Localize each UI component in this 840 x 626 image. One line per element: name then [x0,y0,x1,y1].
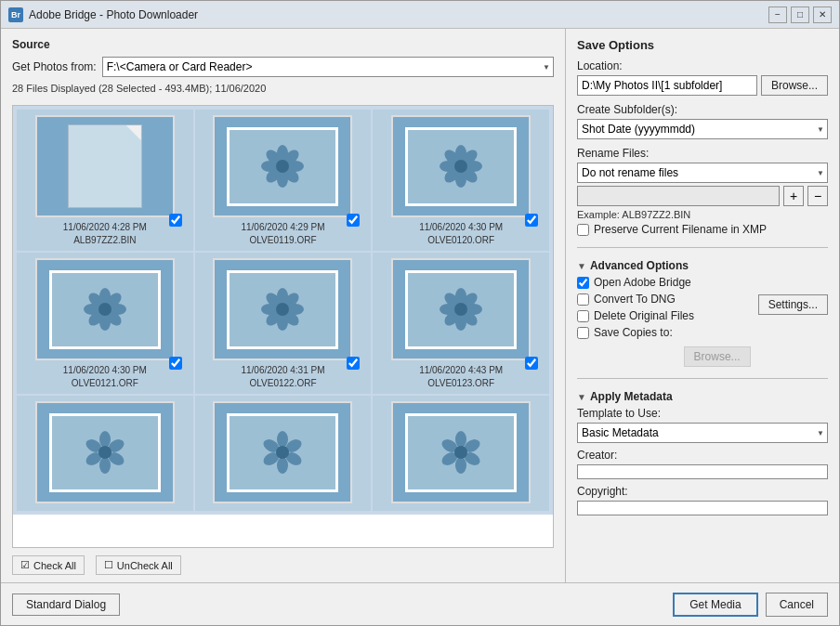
advanced-options-section: ▼ Advanced Options Open Adobe Bridge Con… [577,259,828,367]
copyright-group: Copyright: [577,485,828,515]
location-label: Location: [577,59,828,72]
svg-point-65 [276,446,289,459]
rename-dropdown-wrapper[interactable]: Do not rename files Custom Name Date/Tim… [577,163,828,183]
location-group: Location: Browse... [577,59,828,96]
photo-thumbnail [391,258,531,360]
creator-label: Creator: [577,449,828,462]
footer-right: Get Media Cancel [673,593,828,617]
creator-group: Creator: [577,449,828,479]
rename-example: Example: ALB97ZZ2.BIN [577,209,828,220]
photo-info: 11/06/2020 4:28 PM ALB97ZZ2.BIN [22,221,188,247]
svg-point-9 [276,160,289,173]
advanced-browse-button: Browse... [684,346,751,367]
window-controls: − □ ✕ [768,7,832,23]
open-bridge-checkbox[interactable] [577,277,589,289]
advanced-options-title: Advanced Options [590,259,689,272]
save-copies-checkbox[interactable] [577,327,589,339]
list-item[interactable]: 11/06/2020 4:31 PM OLVE0122.ORF [195,253,372,394]
thumb-inner [227,413,338,492]
settings-button[interactable]: Settings... [758,294,828,315]
list-item[interactable]: 11/06/2020 4:30 PM OLVE0121.ORF [17,253,193,394]
check-all-button[interactable]: ☑ Check All [12,555,85,575]
apply-metadata-header[interactable]: ▼ Apply Metadata [577,390,828,403]
photo-checkbox[interactable] [169,357,182,370]
app-icon: Br [8,7,23,22]
save-options-title: Save Options [577,38,828,52]
rename-group: Rename Files: Do not rename files Custom… [577,147,828,236]
standard-dialog-button[interactable]: Standard Dialog [12,593,120,616]
convert-dng-checkbox[interactable] [577,293,589,306]
photo-checkbox[interactable] [169,214,182,227]
list-item[interactable]: 11/06/2020 4:43 PM OLVE0123.ORF [373,253,549,394]
svg-point-62 [277,457,288,474]
subfolder-dropdown-wrapper[interactable]: Shot Date (yyyymmdd) Today's Date Custom… [577,119,828,139]
subfolder-dropdown[interactable]: Shot Date (yyyymmdd) Today's Date Custom… [577,119,828,139]
photo-checkbox[interactable] [347,357,360,370]
template-dropdown-wrapper[interactable]: Basic Metadata None [577,423,828,443]
subfolder-group: Create Subfolder(s): Shot Date (yyyymmdd… [577,103,828,139]
list-item[interactable]: 11/06/2020 4:28 PM ALB97ZZ2.BIN [17,110,193,251]
remove-rename-token-button[interactable]: − [807,186,828,206]
copyright-input[interactable] [577,501,828,515]
rename-input[interactable] [577,186,780,206]
metadata-collapse-icon: ▼ [577,392,586,402]
flower-svg [255,427,310,478]
photo-checkbox[interactable] [347,214,360,227]
list-item[interactable] [17,396,193,511]
list-item[interactable] [373,396,549,511]
svg-point-54 [99,457,111,474]
preserve-filename-checkbox[interactable] [577,224,589,236]
rename-dropdown[interactable]: Do not rename files Custom Name Date/Tim… [577,163,828,183]
open-bridge-row: Open Adobe Bridge [577,276,751,289]
thumb-inner [49,413,161,492]
photo-grid: 11/06/2020 4:28 PM ALB97ZZ2.BIN [13,106,553,515]
main-content: Source Get Photos from: F:\<Camera or Ca… [1,29,839,582]
copyright-label: Copyright: [577,485,828,498]
apply-metadata-section: ▼ Apply Metadata Template to Use: Basic … [577,390,828,515]
svg-point-29 [98,303,112,316]
close-button[interactable]: ✕ [813,7,832,23]
thumb-inner [49,270,161,349]
photo-thumbnail [35,401,175,503]
flower-svg [433,427,489,478]
photo-info: 11/06/2020 4:31 PM OLVE0122.ORF [201,364,366,390]
advanced-options-header[interactable]: ▼ Advanced Options [577,259,828,272]
location-browse-button[interactable]: Browse... [761,75,828,96]
creator-input[interactable] [577,464,828,479]
save-copies-row: Save Copies to: [577,326,751,339]
svg-point-73 [454,446,467,459]
uncheck-all-button[interactable]: ☐ UnCheck All [96,555,181,575]
svg-point-67 [455,431,466,448]
delete-originals-checkbox[interactable] [577,310,589,322]
svg-point-19 [454,160,467,173]
photo-grid-container[interactable]: 11/06/2020 4:28 PM ALB97ZZ2.BIN [12,105,554,548]
photo-checkbox[interactable] [525,357,538,370]
minimize-button[interactable]: − [768,7,787,23]
maximize-button[interactable]: □ [791,7,809,23]
list-item[interactable] [195,396,372,511]
svg-point-70 [455,457,466,474]
svg-point-51 [99,431,111,448]
rename-label: Rename Files: [577,147,828,160]
list-item[interactable]: 11/06/2020 4:29 PM OLVE0119.ORF [195,110,372,251]
subfolder-label: Create Subfolder(s): [577,103,828,116]
template-group: Template to Use: Basic Metadata None [577,407,828,443]
cancel-button[interactable]: Cancel [766,593,828,617]
get-media-button[interactable]: Get Media [673,593,757,617]
photo-thumbnail [213,401,352,503]
photo-checkbox[interactable] [525,214,538,227]
source-dropdown[interactable]: F:\<Camera or Card Reader> [102,57,554,77]
add-rename-token-button[interactable]: + [783,186,804,206]
photo-thumbnail [391,401,531,503]
location-row: Browse... [577,75,828,96]
source-row: Get Photos from: F:\<Camera or Card Read… [12,57,554,77]
divider-2 [577,378,828,379]
svg-point-49 [454,303,467,316]
advanced-checks: Open Adobe Bridge Convert To DNG Delete … [577,276,751,367]
list-item[interactable]: 11/06/2020 4:30 PM OLVE0120.ORF [373,110,549,251]
titlebar: Br Adobe Bridge - Photo Downloader − □ ✕ [1,1,839,29]
source-dropdown-wrapper[interactable]: F:\<Camera or Card Reader> [102,57,554,77]
template-dropdown[interactable]: Basic Metadata None [577,423,828,443]
location-input[interactable] [577,75,757,96]
svg-point-39 [276,303,289,316]
